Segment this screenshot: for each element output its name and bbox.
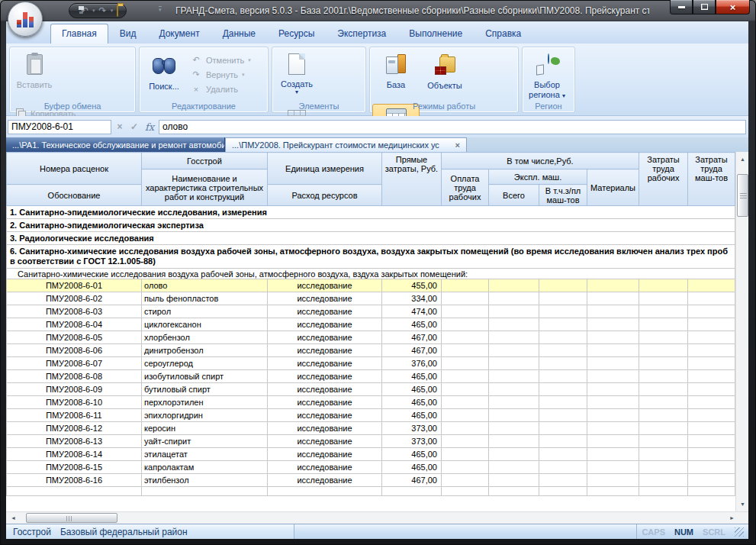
row-name[interactable]: динитробензол xyxy=(142,344,268,357)
row-mach-hours[interactable] xyxy=(688,279,735,292)
undo-dropdown-icon[interactable]: ▾ xyxy=(92,6,95,15)
row-code[interactable]: ПМУ2008-6-10 xyxy=(7,396,142,409)
ribbon-tab-resources[interactable]: Ресурсы xyxy=(267,24,326,44)
redo-dropdown-icon[interactable]: ▾ xyxy=(111,6,114,15)
scroll-down-icon[interactable]: ▼ xyxy=(737,498,748,510)
create-dropdown-icon[interactable]: ▾ xyxy=(275,89,319,95)
select-region-button[interactable]: Выбор региона ▾ xyxy=(525,50,569,101)
row-mach-wages[interactable] xyxy=(539,409,587,422)
row-name[interactable]: сероуглерод xyxy=(142,357,268,370)
table-row[interactable]: ПМУ2008-6-10перхлорэтиленисследование465… xyxy=(7,396,735,409)
row-materials[interactable] xyxy=(587,318,639,331)
row-code[interactable]: ПМУ2008-6-13 xyxy=(7,435,142,448)
horizontal-scroll-thumb[interactable] xyxy=(26,513,117,523)
row-materials[interactable] xyxy=(587,383,639,396)
row-mach-wages[interactable] xyxy=(539,396,587,409)
row-code[interactable]: ПМУ2008-6-12 xyxy=(7,422,142,435)
section-row[interactable]: 6. Санитарно-химические исследования воз… xyxy=(7,245,735,269)
row-materials[interactable] xyxy=(587,448,639,461)
row-mach-total[interactable] xyxy=(489,331,539,344)
section-row[interactable]: 1. Санитарно-эпидемиологические исследов… xyxy=(7,206,735,219)
restore-button[interactable] xyxy=(693,0,716,15)
row-mach-hours[interactable] xyxy=(688,474,735,487)
row-wages[interactable] xyxy=(442,396,489,409)
row-mach-hours[interactable] xyxy=(688,422,735,435)
undo-button[interactable]: ↶ Отменить ▾ xyxy=(187,53,254,67)
row-mach-wages[interactable] xyxy=(539,448,587,461)
row-unit[interactable]: исследование xyxy=(268,331,382,344)
row-code[interactable]: ПМУ2008-6-06 xyxy=(7,344,142,357)
row-mach-hours[interactable] xyxy=(688,409,735,422)
row-unit[interactable]: исследование xyxy=(268,461,382,474)
row-unit[interactable]: исследование xyxy=(268,474,382,487)
table-row[interactable]: ПМУ2008-6-11эпихлоргидринисследование465… xyxy=(7,409,735,422)
row-mach-total[interactable] xyxy=(489,435,539,448)
row-wages[interactable] xyxy=(442,383,489,396)
row-materials[interactable] xyxy=(587,422,639,435)
doc-tab-pmu2008[interactable]: ...\ПМУ2008. Прейскурант стоимости медиц… xyxy=(225,137,467,152)
row-unit[interactable]: исследование xyxy=(268,292,382,305)
table-row[interactable]: ПМУ2008-6-07сероуглеродисследование376,0… xyxy=(7,357,735,370)
row-code[interactable]: ПМУ2008-6-09 xyxy=(7,383,142,396)
ribbon-tab-expertise[interactable]: Экспертиза xyxy=(326,24,397,44)
row-materials[interactable] xyxy=(587,292,639,305)
table-row[interactable]: ПМУ2008-6-06динитробензолисследование467… xyxy=(7,344,735,357)
row-unit[interactable]: исследование xyxy=(268,422,382,435)
row-mach-wages[interactable] xyxy=(539,422,587,435)
row-mach-hours[interactable] xyxy=(688,292,735,305)
fx-icon[interactable]: fx xyxy=(143,121,156,133)
row-price[interactable]: 465,00 xyxy=(382,461,442,474)
ribbon-tab-data[interactable]: Данные xyxy=(211,24,267,44)
row-mach-wages[interactable] xyxy=(539,357,587,370)
customize-qat-icon[interactable]: ▾ xyxy=(159,6,162,12)
row-price[interactable]: 467,00 xyxy=(382,474,442,487)
row-unit[interactable]: исследование xyxy=(268,279,382,292)
table-row[interactable]: ПМУ2008-6-05хлорбензолисследование467,00 xyxy=(7,331,735,344)
row-price[interactable]: 465,00 xyxy=(382,396,442,409)
app-menu-button[interactable] xyxy=(8,2,43,37)
table-row[interactable]: ПМУ2008-6-12керосинисследование373,00 xyxy=(7,422,735,435)
row-wages[interactable] xyxy=(442,279,489,292)
row-mach-total[interactable] xyxy=(489,409,539,422)
row-mach-total[interactable] xyxy=(489,383,539,396)
row-unit[interactable]: исследование xyxy=(268,409,382,422)
row-code[interactable]: ПМУ2008-6-14 xyxy=(7,448,142,461)
table-row[interactable]: ПМУ2008-6-02пыль фенопластовисследование… xyxy=(7,292,735,305)
vertical-scrollbar[interactable]: ▲ ▼ xyxy=(735,152,748,511)
row-mach-total[interactable] xyxy=(489,305,539,318)
row-wages[interactable] xyxy=(442,344,489,357)
delete-button[interactable]: × Удалить xyxy=(187,82,254,96)
row-materials[interactable] xyxy=(587,461,639,474)
row-mach-wages[interactable] xyxy=(539,279,587,292)
subsection-row[interactable]: Санитарно-химические исследования воздух… xyxy=(7,269,735,279)
row-wages[interactable] xyxy=(442,305,489,318)
table-row[interactable]: ПМУ2008-6-09бутиловый спиртисследование4… xyxy=(7,383,735,396)
row-mach-wages[interactable] xyxy=(539,318,587,331)
row-unit[interactable]: исследование xyxy=(268,344,382,357)
cancel-icon[interactable]: × xyxy=(114,121,126,132)
table-row[interactable]: ПМУ2008-6-03стиролисследование474,00 xyxy=(7,305,735,318)
row-wages[interactable] xyxy=(442,292,489,305)
row-price[interactable]: 465,00 xyxy=(382,448,442,461)
row-name[interactable]: пыль фенопластов xyxy=(142,292,268,305)
table-row[interactable]: ПМУ2008-6-08изобутиловый спиртисследован… xyxy=(7,370,735,383)
row-name[interactable]: олово xyxy=(142,279,268,292)
row-labor[interactable] xyxy=(639,279,688,292)
row-mach-hours[interactable] xyxy=(688,318,735,331)
row-wages[interactable] xyxy=(442,435,489,448)
confirm-icon[interactable]: ✓ xyxy=(128,121,140,132)
search-button[interactable]: Поиск... xyxy=(142,50,186,101)
row-mach-hours[interactable] xyxy=(688,357,735,370)
redo-button[interactable]: ↷ Вернуть ▾ xyxy=(187,67,254,82)
row-name[interactable]: перхлорэтилен xyxy=(142,396,268,409)
row-code[interactable]: ПМУ2008-6-08 xyxy=(7,370,142,383)
row-labor[interactable] xyxy=(639,318,688,331)
row-price[interactable]: 465,00 xyxy=(382,318,442,331)
row-wages[interactable] xyxy=(442,409,489,422)
row-name[interactable]: изобутиловый спирт xyxy=(142,370,268,383)
row-name[interactable]: керосин xyxy=(142,422,268,435)
row-mach-hours[interactable] xyxy=(688,448,735,461)
doc-tab-ra1[interactable]: ...\РА1. Техническое обслуживание и ремо… xyxy=(6,137,225,152)
row-price[interactable]: 465,00 xyxy=(382,383,442,396)
row-mach-total[interactable] xyxy=(489,357,539,370)
